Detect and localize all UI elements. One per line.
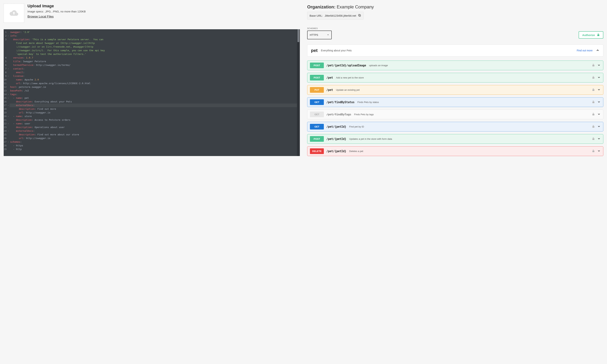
chevron-down-icon (327, 33, 329, 36)
lock-icon[interactable] (592, 113, 595, 116)
operation-path: /pet/findByTags (326, 113, 351, 116)
organization-name: Example Company (337, 4, 374, 9)
lock-icon[interactable] (592, 76, 595, 79)
operation-path: /pet/findByStatus (326, 101, 355, 104)
operation-summary: Update an existing pet (336, 89, 589, 91)
tag-header-pet[interactable]: pet Everything about your Pets Find out … (307, 44, 603, 56)
authorize-label: Authorize (582, 33, 595, 37)
unlock-icon (597, 33, 600, 37)
http-method-badge: GET (310, 124, 324, 130)
chevron-down-icon (597, 64, 601, 67)
svg-rect-0 (359, 15, 361, 16)
http-method-badge: POST (310, 63, 324, 68)
http-method-badge: GET (310, 99, 324, 105)
editor-scrollbar[interactable] (297, 29, 300, 156)
tag-name: pet (311, 48, 317, 53)
lock-icon[interactable] (592, 137, 595, 141)
http-method-badge: POST (310, 136, 324, 142)
svg-rect-1 (359, 14, 360, 16)
scheme-select[interactable]: HTTPS (307, 31, 332, 39)
operation-path: /pet/{petId} (326, 150, 346, 153)
find-out-more-link[interactable]: Find out more (577, 49, 593, 52)
editor-scroll-thumb[interactable] (297, 29, 299, 42)
operation-row[interactable]: GET/pet/findByTagsFinds Pets by tags (307, 110, 603, 119)
chevron-down-icon (597, 88, 601, 92)
chevron-down-icon (597, 149, 601, 153)
operation-summary: Updates a pet in the store with form dat… (349, 138, 589, 140)
editor-gutter: 1234567891011121314151617181920212223242… (4, 29, 10, 156)
lock-icon[interactable] (592, 125, 595, 129)
lock-icon[interactable] (592, 88, 595, 92)
chevron-down-icon (597, 137, 601, 141)
operation-path: /pet (326, 76, 333, 79)
base-url-label: Base URL: (310, 14, 323, 17)
operation-summary: Add a new pet to the store (336, 76, 589, 79)
operation-summary: Finds Pets by status (358, 101, 589, 104)
operation-summary: uploads an image (369, 64, 589, 67)
operation-summary: Deletes a pet (349, 150, 589, 153)
chevron-down-icon (597, 113, 601, 116)
organization-title: Organization: Example Company (307, 4, 603, 10)
upload-section: Upload Image Image specs: .JPG, .PNG, no… (4, 4, 300, 23)
lock-icon[interactable] (592, 149, 595, 153)
upload-title: Upload Image (28, 4, 86, 8)
chevron-down-icon (597, 76, 601, 79)
lock-icon[interactable] (592, 64, 595, 67)
authorize-button[interactable]: Authorize (579, 31, 603, 39)
chevron-down-icon (597, 125, 601, 129)
upload-dropzone[interactable] (4, 4, 24, 23)
operation-row[interactable]: GET/pet/findByStatusFinds Pets by status (307, 97, 603, 107)
operation-row[interactable]: POST/pet/{petId}/uploadImageuploads an i… (307, 61, 603, 70)
operations-list: POST/pet/{petId}/uploadImageuploads an i… (307, 61, 603, 156)
operation-summary: Finds Pets by tags (354, 113, 589, 116)
operation-row[interactable]: DELETE/pet/{petId}Deletes a pet (307, 146, 603, 156)
operation-path: /pet/{petId}/uploadImage (326, 64, 366, 67)
editor-code-area[interactable]: swagger: '2.0'info: description: 'This i… (10, 29, 297, 156)
operation-path: /pet/{petId} (326, 125, 346, 129)
chevron-down-icon (597, 100, 601, 104)
http-method-badge: PUT (310, 87, 324, 93)
base-url-value: Jitterbit123456.jitterbit.net (325, 14, 356, 17)
tag-description: Everything about your Pets (321, 49, 573, 52)
operation-path: /pet (326, 88, 333, 92)
schemes-label: SCHEMES (307, 27, 603, 29)
operation-row[interactable]: POST/pet/{petId}Updates a pet in the sto… (307, 134, 603, 144)
operation-summary: Find pet by ID (349, 125, 589, 128)
lock-icon[interactable] (592, 100, 595, 104)
operation-row[interactable]: POST/petAdd a new pet to the store (307, 73, 603, 82)
operation-row[interactable]: GET/pet/{petId}Find pet by ID (307, 122, 603, 131)
yaml-editor[interactable]: 1234567891011121314151617181920212223242… (4, 29, 300, 156)
operation-path: /pet/{petId} (326, 137, 346, 141)
http-method-badge: POST (310, 75, 324, 80)
upload-specs: Image specs: .JPG, .PNG, no more than 12… (28, 10, 86, 13)
operation-row[interactable]: PUT/petUpdate an existing pet (307, 85, 603, 95)
browse-local-files-link[interactable]: Browse Local Files (28, 15, 86, 18)
scheme-selected-value: HTTPS (310, 33, 318, 36)
base-url-field: Base URL: Jitterbit123456.jitterbit.net (307, 12, 364, 20)
copy-icon[interactable] (358, 14, 361, 18)
http-method-badge: GET (310, 112, 324, 117)
organization-label: Organization: (307, 4, 337, 9)
http-method-badge: DELETE (310, 148, 324, 154)
cloud-upload-icon (9, 9, 19, 17)
chevron-up-icon (596, 49, 599, 53)
